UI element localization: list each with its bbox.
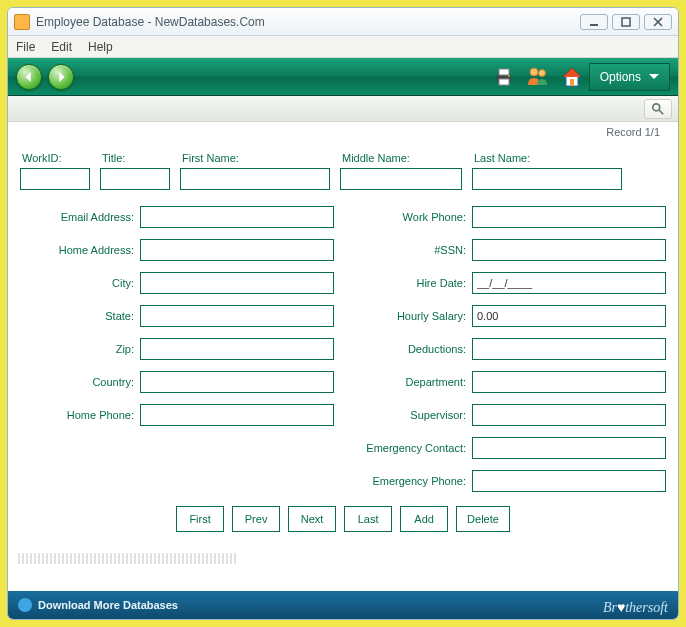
- middle-name-input[interactable]: [340, 168, 462, 190]
- close-button[interactable]: [644, 14, 672, 30]
- deductions-input[interactable]: [472, 338, 666, 360]
- email-label: Email Address:: [20, 211, 140, 223]
- left-column: Email Address: Home Address: City: State…: [20, 206, 334, 492]
- add-button[interactable]: Add: [400, 506, 448, 532]
- options-label: Options: [600, 70, 641, 84]
- download-more-link[interactable]: Download More Databases: [38, 599, 178, 611]
- country-input[interactable]: [140, 371, 334, 393]
- state-input[interactable]: [140, 305, 334, 327]
- menubar: File Edit Help: [8, 36, 678, 58]
- app-window: Employee Database - NewDatabases.Com Fil…: [7, 7, 679, 620]
- emergency-phone-label: Emergency Phone:: [352, 475, 472, 487]
- app-icon: [14, 14, 30, 30]
- record-nav: First Prev Next Last Add Delete: [20, 506, 666, 532]
- state-label: State:: [20, 310, 140, 322]
- department-label: Department:: [352, 376, 472, 388]
- screenshot-border: Employee Database - NewDatabases.Com Fil…: [0, 0, 686, 627]
- print-icon[interactable]: [490, 63, 518, 91]
- search-strip: [8, 96, 678, 122]
- emergency-contact-input[interactable]: [472, 437, 666, 459]
- workid-input[interactable]: [20, 168, 90, 190]
- menu-edit[interactable]: Edit: [51, 40, 72, 54]
- hourly-salary-label: Hourly Salary:: [352, 310, 472, 322]
- hire-date-input[interactable]: [472, 272, 666, 294]
- home-address-input[interactable]: [140, 239, 334, 261]
- svg-rect-0: [590, 24, 598, 26]
- home-phone-label: Home Phone:: [20, 409, 140, 421]
- menu-help[interactable]: Help: [88, 40, 113, 54]
- emergency-contact-label: Emergency Contact:: [352, 442, 472, 454]
- download-icon: [18, 598, 32, 612]
- department-input[interactable]: [472, 371, 666, 393]
- title-label: Title:: [100, 152, 170, 164]
- back-button[interactable]: [16, 64, 42, 90]
- city-label: City:: [20, 277, 140, 289]
- window-buttons: [580, 14, 672, 30]
- zip-input[interactable]: [140, 338, 334, 360]
- middle-name-label: Middle Name:: [340, 152, 462, 164]
- ssn-input[interactable]: [472, 239, 666, 261]
- svg-rect-1: [622, 18, 630, 26]
- decorative-noise: [18, 553, 238, 564]
- last-name-label: Last Name:: [472, 152, 622, 164]
- last-button[interactable]: Last: [344, 506, 392, 532]
- brothersoft-watermark: Br♥thersoft: [603, 600, 668, 616]
- users-icon[interactable]: [524, 63, 552, 91]
- city-input[interactable]: [140, 272, 334, 294]
- svg-point-9: [653, 103, 660, 110]
- home-phone-input[interactable]: [140, 404, 334, 426]
- country-label: Country:: [20, 376, 140, 388]
- record-counter: Record 1/1: [606, 126, 660, 138]
- last-name-input[interactable]: [472, 168, 622, 190]
- options-button[interactable]: Options: [589, 63, 670, 91]
- deductions-label: Deductions:: [352, 343, 472, 355]
- forward-button[interactable]: [48, 64, 74, 90]
- home-address-label: Home Address:: [20, 244, 140, 256]
- first-name-input[interactable]: [180, 168, 330, 190]
- title-input[interactable]: [100, 168, 170, 190]
- first-name-label: First Name:: [180, 152, 330, 164]
- window-title: Employee Database - NewDatabases.Com: [36, 15, 580, 29]
- svg-rect-3: [499, 69, 509, 75]
- chevron-down-icon: [649, 74, 659, 79]
- work-phone-label: Work Phone:: [352, 211, 472, 223]
- svg-rect-4: [499, 79, 509, 85]
- svg-point-5: [508, 75, 510, 77]
- ssn-label: #SSN:: [352, 244, 472, 256]
- hourly-salary-input[interactable]: [472, 305, 666, 327]
- workid-label: WorkID:: [20, 152, 90, 164]
- zip-label: Zip:: [20, 343, 140, 355]
- search-button[interactable]: [644, 99, 672, 119]
- titlebar: Employee Database - NewDatabases.Com: [8, 8, 678, 36]
- svg-point-7: [538, 69, 545, 76]
- toolbar: Options: [8, 58, 678, 96]
- svg-line-10: [659, 109, 663, 113]
- menu-file[interactable]: File: [16, 40, 35, 54]
- home-icon[interactable]: [558, 63, 586, 91]
- statusbar: Download More Databases Br♥thersoft: [8, 591, 678, 619]
- first-button[interactable]: First: [176, 506, 224, 532]
- maximize-button[interactable]: [612, 14, 640, 30]
- delete-button[interactable]: Delete: [456, 506, 510, 532]
- form-area: Record 1/1 WorkID: Title: First Name: Mi…: [8, 122, 678, 591]
- work-phone-input[interactable]: [472, 206, 666, 228]
- svg-rect-8: [570, 79, 574, 86]
- minimize-button[interactable]: [580, 14, 608, 30]
- supervisor-label: Supervisor:: [352, 409, 472, 421]
- emergency-phone-input[interactable]: [472, 470, 666, 492]
- hire-date-label: Hire Date:: [352, 277, 472, 289]
- prev-button[interactable]: Prev: [232, 506, 280, 532]
- next-button[interactable]: Next: [288, 506, 336, 532]
- right-column: Work Phone: #SSN: Hire Date: Hourly Sala…: [352, 206, 666, 492]
- supervisor-input[interactable]: [472, 404, 666, 426]
- svg-point-6: [530, 68, 538, 76]
- email-input[interactable]: [140, 206, 334, 228]
- details-columns: Email Address: Home Address: City: State…: [20, 206, 666, 492]
- identity-row: WorkID: Title: First Name: Middle Name: …: [20, 152, 666, 190]
